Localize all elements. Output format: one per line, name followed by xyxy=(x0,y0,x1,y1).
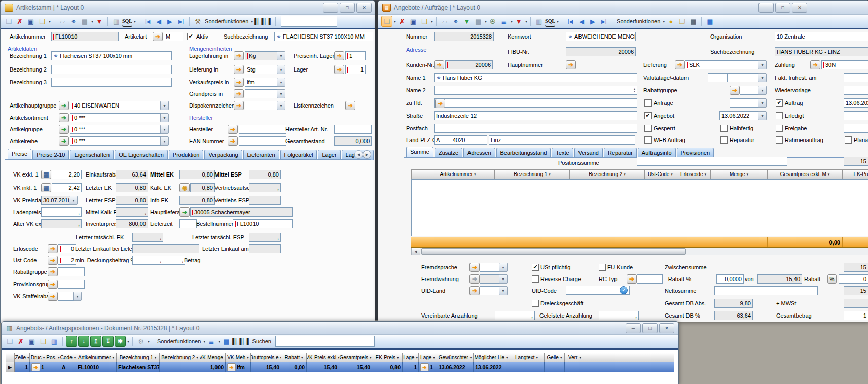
artikelart-jump-button[interactable]: ➔ xyxy=(153,32,163,41)
find-icon[interactable]: ⚭ xyxy=(53,53,58,58)
sort-icon[interactable]: ▾ xyxy=(397,356,399,360)
artikelhauptgruppe-dropdown[interactable]: ▾ xyxy=(160,101,169,110)
rabatt-betrag-field[interactable]: 0 xyxy=(839,274,868,284)
col-header-bruttopreis[interactable]: Bruttopreis e▾ xyxy=(251,353,281,362)
lieferung-in-field[interactable]: Stg xyxy=(245,65,280,74)
cell-lage1[interactable]: 1 xyxy=(403,362,419,372)
col-header-verrechnet[interactable]: Verr▾ xyxy=(565,353,585,362)
eraser-icon[interactable]: ▱ xyxy=(57,16,67,26)
tools-icon[interactable]: ⚒ xyxy=(193,16,203,26)
delete-icon[interactable]: ✗ xyxy=(397,16,407,26)
titlebar-angebote[interactable]: ▦ Angebote / Aufträge | * Layout 0 ─ □ ✕ xyxy=(378,1,868,15)
bestellnummer-field[interactable]: FL10010 xyxy=(233,219,293,228)
col-header-bezeichnung1[interactable]: Bezeichnung 1▾ xyxy=(495,169,570,179)
ust-code-field[interactable]: 2 xyxy=(58,256,76,265)
ust-pflichtig-checkbox[interactable]: ✔ xyxy=(532,264,539,271)
cell-lage2[interactable]: ➔1 xyxy=(419,362,437,372)
copy-dropdown-icon[interactable]: ▾ xyxy=(431,19,433,24)
tab-bearbeitungsstand[interactable]: Bearbeitungsstand xyxy=(496,148,551,158)
auftrag-checkbox[interactable]: ✔ xyxy=(776,99,783,107)
sort-icon[interactable]: ▾ xyxy=(74,356,76,360)
lieferzeit-field[interactable] xyxy=(179,219,197,228)
col-header-artikelnummer[interactable]: Artikelnummer▾ xyxy=(421,169,495,179)
artikelhauptgruppe-jump-button[interactable]: ➔ xyxy=(59,101,69,110)
ust-code-jump-button[interactable]: ➔ xyxy=(48,256,58,265)
preiseinh-jump-button[interactable]: ➔ xyxy=(334,51,344,60)
pages-icon[interactable]: ▥ xyxy=(111,16,121,26)
cell-bezeichnung2[interactable] xyxy=(160,362,200,372)
calculator-device-icon[interactable]: ▦ xyxy=(688,16,698,26)
sonderfunktionen-menu[interactable]: Sonderfunktionen xyxy=(205,18,248,24)
col-header-vk-preis-exkl[interactable]: VK-Preis exkl▾ xyxy=(307,353,339,362)
search-binoculars-icon[interactable]: ⚭ xyxy=(451,16,461,26)
minimize-button[interactable]: ─ xyxy=(626,323,641,333)
vk-preisdatum-dropdown[interactable]: ▾ xyxy=(69,196,78,205)
planauftrag-checkbox[interactable] xyxy=(845,136,852,144)
angebot-checkbox[interactable]: ✔ xyxy=(644,112,652,119)
copy-icon[interactable]: ❑ xyxy=(38,336,48,346)
coins-icon[interactable]: ◉ xyxy=(179,183,190,192)
pages-icon[interactable]: ▥ xyxy=(534,16,544,26)
lieferung-in-dropdown[interactable]: ▾ xyxy=(277,65,285,74)
scrollbar-thumb[interactable] xyxy=(421,248,686,255)
calculator-icon[interactable]: ▦ xyxy=(41,183,51,192)
dispokennzeichen-jump-button[interactable]: ➔ xyxy=(234,101,244,110)
reverse-charge-checkbox[interactable] xyxy=(532,275,539,283)
vereinbarte-anzahlung-field[interactable]: , xyxy=(495,311,535,320)
print-icon[interactable]: ▤ xyxy=(473,16,483,26)
nav-first-icon[interactable]: |◀ xyxy=(565,16,575,26)
minimize-button[interactable]: ─ xyxy=(758,3,774,13)
tab-eigenschaften[interactable]: Eigenschaften xyxy=(70,150,114,160)
col-header-code[interactable]: Code▾ xyxy=(60,353,76,362)
bezeichnung3-field[interactable] xyxy=(51,78,172,87)
rabatt-pct-field[interactable]: 0,0000 xyxy=(716,274,744,284)
filter-dropdown-icon[interactable]: ▾ xyxy=(525,19,527,24)
dispokennzeichen-dropdown[interactable]: ▾ xyxy=(277,101,285,110)
ean-field[interactable] xyxy=(239,136,286,146)
col-header-gesamtpreis[interactable]: Gesamtpreis▾ xyxy=(339,353,372,362)
dispokennzeichen-field[interactable] xyxy=(245,101,280,110)
cell-vk-preis-exkl[interactable]: 15,40 xyxy=(307,362,339,372)
suchbezeichnung-field[interactable]: ⚭FLACHEISEN ST37 100X10 MM xyxy=(274,32,373,41)
kunden-nr-jump-button[interactable]: ➔ xyxy=(434,60,444,69)
print-dropdown-icon[interactable]: ▾ xyxy=(485,19,487,24)
cell-gewuenschter[interactable]: 13.06.2022 xyxy=(437,362,474,372)
erledigt-checkbox[interactable] xyxy=(776,112,783,119)
listkennzeichen-jump-button[interactable]: ➔ xyxy=(345,101,355,110)
col-header-ust-code[interactable]: Ust-Code▾ xyxy=(645,169,676,179)
hersteller-jump-button[interactable]: ➔ xyxy=(228,125,238,134)
bezeichnung2-field[interactable] xyxy=(51,65,172,74)
erloescode-jump-button[interactable]: ➔ xyxy=(48,244,58,253)
bezeichnung1-field[interactable]: ⚭Flacheisen ST37 100x10 mm xyxy=(51,51,172,60)
tab-produktion[interactable]: Produktion xyxy=(169,150,204,160)
anfrage-dropdown[interactable]: ▾ xyxy=(758,98,767,108)
save-icon[interactable]: ▣ xyxy=(27,336,37,346)
tab-adressen[interactable]: Adressen xyxy=(463,148,495,158)
fakt-fruehest-field[interactable] xyxy=(844,73,868,82)
sort-icon[interactable]: ▾ xyxy=(579,356,581,360)
move-up-icon[interactable]: ↑ xyxy=(66,336,77,347)
cell-code[interactable]: A xyxy=(60,362,76,372)
min-deckungsbeitrag-betrag-field[interactable]: , xyxy=(162,256,185,265)
sort-icon[interactable]: ▾ xyxy=(549,172,551,177)
erloescode-field[interactable]: 0 xyxy=(58,244,76,253)
vk-preisdatum-field[interactable]: 30.07.2018 xyxy=(41,196,72,205)
wiedervorlage-field[interactable] xyxy=(844,86,868,95)
sort-icon[interactable]: ▾ xyxy=(370,356,372,360)
tab-scroll-right-button[interactable]: ▶ xyxy=(363,150,371,159)
sort-icon[interactable]: ▾ xyxy=(433,356,435,360)
titlebar-artikelstamm[interactable]: Artikelstamm | * Layout 0 ─ □ ✕ xyxy=(1,1,375,15)
maximize-button[interactable]: □ xyxy=(642,323,658,333)
tab-lager[interactable]: Lager xyxy=(318,150,340,160)
hersteller-artnr-field[interactable] xyxy=(334,125,372,134)
cell-bruttopreis[interactable]: 15,40 xyxy=(251,362,281,372)
valutatage-field[interactable] xyxy=(708,73,728,82)
sort-icon[interactable]: ▾ xyxy=(27,356,29,360)
lock-icon[interactable]: ● xyxy=(666,16,676,26)
kennwort-field[interactable]: ⚭ABWEICHENDE MENGENEINH xyxy=(566,32,636,41)
tab-folgeartikel[interactable]: Folgeartikel xyxy=(280,150,317,160)
table-icon[interactable]: ▦ xyxy=(705,16,715,26)
sort-icon[interactable]: ▾ xyxy=(301,356,303,360)
sql-dropdown-icon[interactable]: ▾ xyxy=(557,19,559,24)
cell-langtext[interactable] xyxy=(509,362,545,372)
